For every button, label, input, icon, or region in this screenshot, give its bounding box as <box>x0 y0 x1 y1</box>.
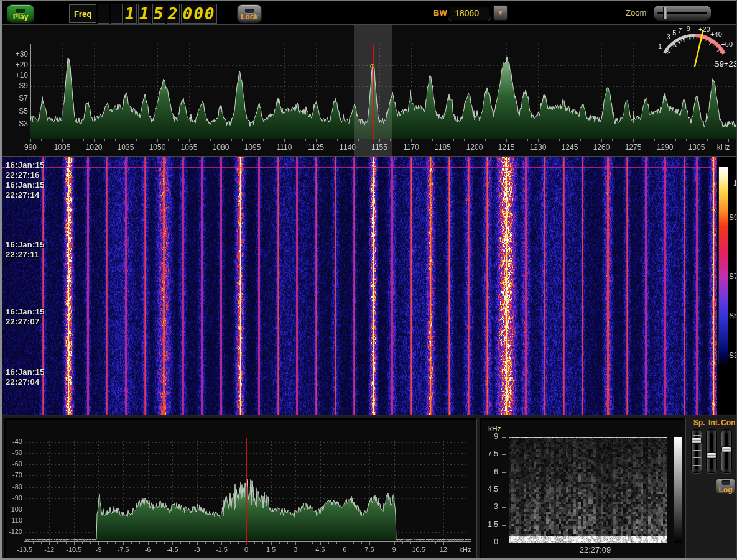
af-waterfall-y-tick <box>502 543 506 543</box>
slider-label-int: Int. <box>706 418 722 427</box>
af-waterfall-y-tick <box>502 454 506 455</box>
af-waterfall-unit-label: kHz <box>488 425 501 433</box>
slider-label-con: Con. <box>721 418 737 427</box>
slider-tick <box>693 457 701 458</box>
af-waterfall-y-tick-label: 3 <box>482 502 498 511</box>
bw-label: BW <box>433 8 447 17</box>
af-waterfall-panel: kHz 97.564.531.50 22:27:09 <box>480 418 686 559</box>
rf-spectrum-panel: +30+20+10S9S7S5S399010051020103510501065… <box>2 25 737 157</box>
play-indicator-led <box>16 9 25 13</box>
zoom-label: Zoom <box>626 8 646 17</box>
s-meter-scale-label: +60 <box>721 40 733 48</box>
log-button-label: Log <box>716 485 735 494</box>
s-meter-scale-label: 9 <box>687 25 690 32</box>
slider-thumb-int[interactable] <box>707 452 716 459</box>
slider-thumb-sp[interactable] <box>692 438 702 444</box>
bottom-section: -40-50-60-70-80-90-100-110-120-13.5-12-1… <box>2 416 737 560</box>
s-meter-scale-label: 3 <box>667 33 670 40</box>
freq-digit-cell[interactable] <box>111 4 123 24</box>
zoom-slider-thumb[interactable] <box>663 7 667 19</box>
freq-digit-cell[interactable]: 1 <box>124 4 137 24</box>
af-waterfall-y-tick-label: 1.5 <box>482 520 498 529</box>
zoom-slider[interactable] <box>654 6 711 21</box>
slider-tick <box>693 465 701 466</box>
freq-digit-cell[interactable] <box>98 4 109 24</box>
freq-digit-cell[interactable]: 2 <box>167 4 180 24</box>
freq-digit-cell[interactable]: 1 <box>138 4 151 24</box>
lock-indicator-led <box>245 9 254 13</box>
freq-label-box: Freq <box>69 4 96 23</box>
af-waterfall-y-tick-label: 9 <box>482 432 498 441</box>
af-waterfall-y-tick <box>502 525 506 526</box>
freq-digit-cell[interactable]: 000 <box>181 4 217 24</box>
af-spectrum-canvas[interactable] <box>6 420 476 558</box>
af-waterfall-y-tick-label: 6 <box>482 467 498 476</box>
slider-label-sp: Sp. <box>691 418 707 427</box>
lock-button-label: Lock <box>241 12 258 21</box>
af-waterfall-y-tick-label: 4.5 <box>482 485 498 493</box>
af-waterfall-y-tick <box>502 437 506 438</box>
play-button[interactable]: Play <box>7 4 34 23</box>
af-spectrum-panel: -40-50-60-70-80-90-100-110-120-13.5-12-1… <box>4 418 477 559</box>
freq-label: Freq <box>74 9 91 19</box>
slider-int[interactable] <box>706 429 717 473</box>
af-waterfall-timestamp: 22:27:09 <box>509 545 682 554</box>
af-waterfall-y-tick-label: 7.5 <box>482 449 498 458</box>
log-indicator-led <box>721 480 730 485</box>
slider-thumb-con[interactable] <box>721 446 731 452</box>
s-meter-reading: S9+23 <box>714 59 737 68</box>
sdr-receiver-window: Play Freq 1152000 Lock BW 18060 ▼ Zoom +… <box>0 0 737 560</box>
chevron-down-icon: ▼ <box>498 9 504 16</box>
slider-tick <box>693 450 701 451</box>
af-waterfall-canvas[interactable] <box>509 437 667 543</box>
bw-dropdown-arrow[interactable]: ▼ <box>493 5 508 21</box>
s-meter-scale-label: +40 <box>710 30 722 38</box>
waterfall-canvas[interactable] <box>2 157 737 416</box>
slider-tick <box>693 435 701 436</box>
lock-button[interactable]: Lock <box>237 4 262 23</box>
play-button-label: Play <box>13 12 29 21</box>
waterfall-color-scale <box>718 167 728 364</box>
slider-sp[interactable] <box>691 429 702 473</box>
waterfall-panel: 16:Jan:1522:27:1616:Jan:1522:27:1416:Jan… <box>2 157 737 416</box>
tuning-line <box>373 45 374 140</box>
frequency-display[interactable]: 1152000 <box>98 4 217 24</box>
s-meter: 13579+20+40+60S9+23 <box>646 25 737 74</box>
slider-groove <box>710 433 713 469</box>
audio-controls: Sp.Int.Con. Log <box>688 416 737 560</box>
af-waterfall-y-tick <box>502 490 506 490</box>
slider-con[interactable] <box>721 429 732 473</box>
af-waterfall-y-tick-label: 0 <box>482 538 498 546</box>
freq-digit-cell[interactable]: 5 <box>152 4 165 24</box>
bw-value: 18060 <box>455 8 479 18</box>
log-button[interactable]: Log <box>716 478 735 495</box>
toolbar: Play Freq 1152000 Lock BW 18060 ▼ Zoom <box>2 1 736 24</box>
bw-value-field[interactable]: 18060 <box>448 5 491 21</box>
s-meter-scale-label: 7 <box>678 27 682 34</box>
af-waterfall-y-tick <box>502 472 506 473</box>
af-waterfall-y-tick <box>502 507 506 508</box>
s-meter-scale-label: 5 <box>672 29 676 37</box>
af-waterfall-gray-scale <box>674 437 682 543</box>
s-meter-scale-label: +20 <box>698 25 710 33</box>
s-meter-scale-label: 1 <box>658 43 662 50</box>
